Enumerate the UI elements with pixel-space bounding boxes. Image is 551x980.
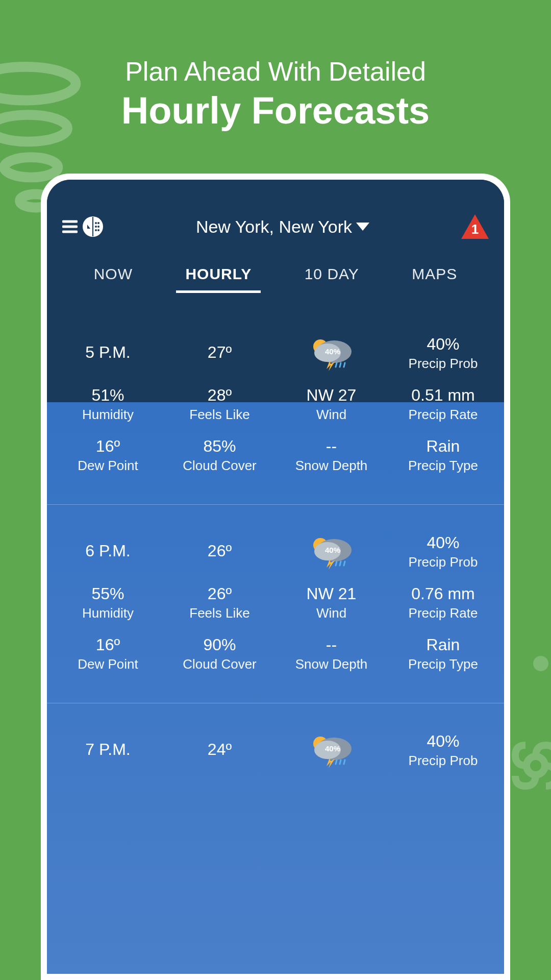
feels-like-label: Feels Like xyxy=(164,407,276,423)
wind-value: NW 21 xyxy=(276,584,387,603)
location-selector[interactable]: New York, New York xyxy=(196,217,369,237)
svg-point-16 xyxy=(95,229,97,231)
snow-depth-label: Snow Depth xyxy=(276,458,387,474)
dew-point-value: 16º xyxy=(52,635,164,654)
weather-thunderstorm-icon: 40% xyxy=(276,534,387,570)
app-header: New York, New York 1 NOW HOURLY 10 DAY M… xyxy=(47,180,504,306)
dew-point-label: Dew Point xyxy=(52,458,164,474)
svg-point-15 xyxy=(97,226,99,228)
snow-depth-value: -- xyxy=(276,437,387,456)
weather-thunderstorm-icon: 40% xyxy=(276,335,387,371)
chevron-down-icon xyxy=(356,223,369,231)
menu-button[interactable] xyxy=(62,215,104,238)
precip-prob-label: Precip Prob xyxy=(387,554,499,570)
hour-time: 7 P.M. xyxy=(52,740,164,759)
hour-time: 6 P.M. xyxy=(52,542,164,560)
promo-title: Hourly Forecasts xyxy=(0,89,551,132)
hamburger-icon xyxy=(62,216,78,237)
svg-text:40%: 40% xyxy=(324,347,340,356)
precip-rate-label: Precip Rate xyxy=(387,407,499,423)
svg-line-31 xyxy=(336,561,337,566)
humidity-value: 51% xyxy=(52,386,164,405)
svg-text:40%: 40% xyxy=(324,744,340,753)
feels-like-label: Feels Like xyxy=(164,605,276,621)
alert-badge[interactable]: 1 xyxy=(461,214,489,239)
cloud-cover-label: Cloud Cover xyxy=(164,458,276,474)
svg-line-33 xyxy=(344,561,345,566)
hour-block[interactable]: 7 P.M. 24º 40% xyxy=(47,703,504,799)
tab-hourly[interactable]: HOURLY xyxy=(176,259,261,292)
precip-type-label: Precip Type xyxy=(387,656,499,672)
tab-10day[interactable]: 10 DAY xyxy=(295,259,368,292)
precip-type-label: Precip Type xyxy=(387,458,499,474)
hour-temp: 27º xyxy=(164,343,276,362)
precip-prob-value: 40% xyxy=(387,533,499,552)
phone-screen: New York, New York 1 NOW HOURLY 10 DAY M… xyxy=(47,180,504,974)
promo-header: Plan Ahead With Detailed Hourly Forecast… xyxy=(0,0,551,132)
svg-line-40 xyxy=(340,760,341,764)
precip-rate-label: Precip Rate xyxy=(387,605,499,621)
svg-line-32 xyxy=(340,561,341,566)
humidity-label: Humidity xyxy=(52,407,164,423)
svg-text:40%: 40% xyxy=(324,546,340,554)
hour-time: 5 P.M. xyxy=(52,343,164,362)
weather-thunderstorm-icon: 40% xyxy=(276,732,387,768)
svg-point-12 xyxy=(95,222,97,224)
svg-line-39 xyxy=(336,760,337,764)
cloud-cover-value: 85% xyxy=(164,437,276,456)
hourly-forecast-list[interactable]: 5 P.M. 27º 40% xyxy=(47,306,504,799)
svg-point-2 xyxy=(4,157,58,177)
promo-subtitle: Plan Ahead With Detailed xyxy=(0,56,551,87)
dew-point-label: Dew Point xyxy=(52,656,164,672)
svg-point-1 xyxy=(0,115,67,142)
svg-point-0 xyxy=(0,67,76,101)
weatherbug-logo-icon xyxy=(82,215,104,238)
hour-block[interactable]: 6 P.M. 26º 40% xyxy=(47,505,504,703)
svg-point-6 xyxy=(527,756,545,775)
precip-prob-value: 40% xyxy=(387,335,499,354)
precip-rate-value: 0.51 mm xyxy=(387,386,499,405)
alert-count: 1 xyxy=(461,222,489,237)
hour-temp: 26º xyxy=(164,542,276,560)
precip-type-value: Rain xyxy=(387,437,499,456)
svg-line-41 xyxy=(344,760,345,764)
cloud-cover-label: Cloud Cover xyxy=(164,656,276,672)
cloud-cover-value: 90% xyxy=(164,635,276,654)
precip-prob-value: 40% xyxy=(387,732,499,751)
tab-bar: NOW HOURLY 10 DAY MAPS xyxy=(62,259,489,292)
svg-point-14 xyxy=(95,226,97,228)
feels-like-value: 26º xyxy=(164,584,276,603)
precip-prob-label: Precip Prob xyxy=(387,753,499,769)
svg-line-25 xyxy=(344,363,345,367)
svg-line-24 xyxy=(340,363,341,367)
humidity-label: Humidity xyxy=(52,605,164,621)
snow-depth-value: -- xyxy=(276,635,387,654)
svg-point-4 xyxy=(537,659,545,668)
snow-depth-label: Snow Depth xyxy=(276,656,387,672)
svg-line-23 xyxy=(336,363,337,367)
location-label: New York, New York xyxy=(196,217,352,237)
wind-label: Wind xyxy=(276,605,387,621)
tab-now[interactable]: NOW xyxy=(85,259,142,292)
phone-frame: New York, New York 1 NOW HOURLY 10 DAY M… xyxy=(41,174,510,980)
wind-value: NW 27 xyxy=(276,386,387,405)
svg-point-13 xyxy=(97,222,99,224)
precip-rate-value: 0.76 mm xyxy=(387,584,499,603)
svg-point-17 xyxy=(97,229,99,231)
wind-label: Wind xyxy=(276,407,387,423)
hour-temp: 24º xyxy=(164,740,276,759)
dew-point-value: 16º xyxy=(52,437,164,456)
precip-prob-label: Precip Prob xyxy=(387,356,499,372)
feels-like-value: 28º xyxy=(164,386,276,405)
precip-type-value: Rain xyxy=(387,635,499,654)
hour-block[interactable]: 5 P.M. 27º 40% xyxy=(47,306,504,505)
tab-maps[interactable]: MAPS xyxy=(403,259,466,292)
humidity-value: 55% xyxy=(52,584,164,603)
